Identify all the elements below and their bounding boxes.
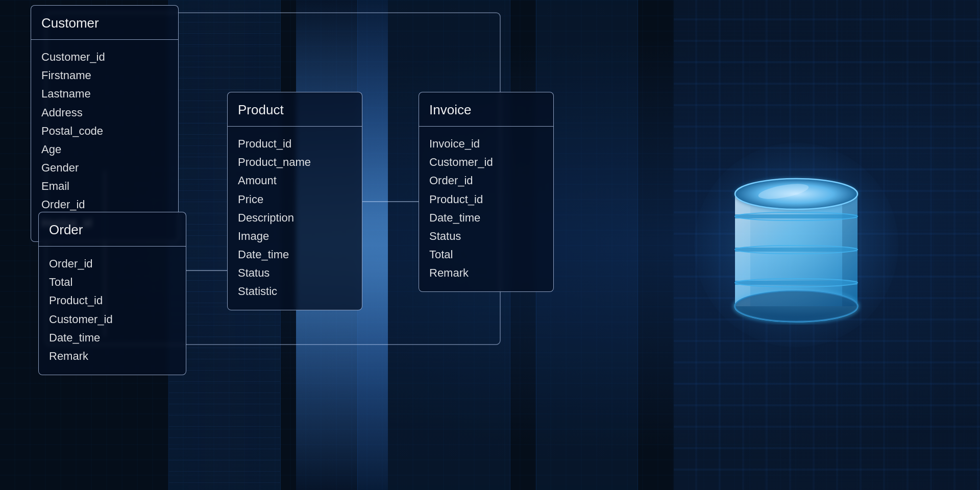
invoice-table-fields: Invoice_id Customer_id Order_id Product_…	[419, 127, 553, 291]
invoice-table-title: Invoice	[429, 102, 471, 117]
field-gender: Gender	[41, 159, 168, 177]
field-customer-id: Customer_id	[41, 48, 168, 66]
field-address: Address	[41, 104, 168, 122]
field-invoice-id: Invoice_id	[429, 135, 543, 153]
field-statistic: Statistic	[238, 282, 352, 301]
field-price: Price	[238, 190, 352, 209]
field-status-invoice: Status	[429, 227, 543, 246]
field-amount: Amount	[238, 172, 352, 190]
field-total-order: Total	[49, 273, 176, 291]
order-table-header: Order	[39, 212, 186, 247]
field-description: Description	[238, 209, 352, 227]
product-table-header: Product	[228, 92, 362, 127]
order-table-title: Order	[49, 222, 83, 237]
field-lastname: Lastname	[41, 85, 168, 103]
database-glow	[694, 143, 898, 347]
product-table: Product Product_id Product_name Amount P…	[227, 92, 362, 310]
field-image: Image	[238, 227, 352, 246]
field-firstname: Firstname	[41, 66, 168, 85]
field-product-id-invoice: Product_id	[429, 190, 543, 209]
field-email: Email	[41, 177, 168, 195]
field-datetime-order: Date_time	[49, 329, 176, 347]
field-total-invoice: Total	[429, 246, 543, 264]
field-status-product: Status	[238, 264, 352, 282]
field-product-name: Product_name	[238, 153, 352, 172]
field-order-id: Order_id	[41, 195, 168, 214]
field-age: Age	[41, 140, 168, 159]
field-product-id: Product_id	[238, 135, 352, 153]
customer-table-title: Customer	[41, 15, 99, 31]
field-customer-id-invoice: Customer_id	[429, 153, 543, 172]
order-table-fields: Order_id Total Product_id Customer_id Da…	[39, 247, 186, 375]
field-remark-order: Remark	[49, 347, 176, 365]
field-customer-id-order: Customer_id	[49, 310, 176, 329]
field-product-id-order: Product_id	[49, 291, 176, 310]
field-datetime-product: Date_time	[238, 246, 352, 264]
customer-table: Customer Customer_id Firstname Lastname …	[31, 5, 179, 242]
invoice-table-header: Invoice	[419, 92, 553, 127]
field-remark-invoice: Remark	[429, 264, 543, 282]
field-datetime-invoice: Date_time	[429, 209, 543, 227]
product-table-title: Product	[238, 102, 284, 117]
field-order-id-order: Order_id	[49, 255, 176, 273]
customer-table-header: Customer	[31, 6, 178, 40]
order-table: Order Order_id Total Product_id Customer…	[38, 212, 186, 375]
field-postal-code: Postal_code	[41, 122, 168, 140]
field-order-id-invoice: Order_id	[429, 172, 543, 190]
customer-table-fields: Customer_id Firstname Lastname Address P…	[31, 40, 178, 241]
invoice-table: Invoice Invoice_id Customer_id Order_id …	[419, 92, 554, 292]
product-table-fields: Product_id Product_name Amount Price Des…	[228, 127, 362, 310]
